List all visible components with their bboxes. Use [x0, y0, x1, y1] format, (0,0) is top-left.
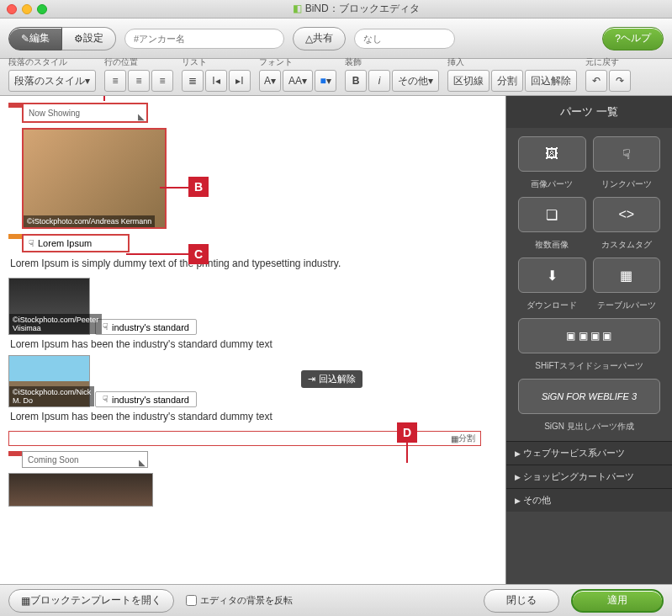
multi-image-label: 複数画像 [518, 239, 586, 251]
undo-button[interactable]: ↶ [585, 70, 607, 92]
download-button[interactable]: ⬇ [518, 258, 586, 293]
heading-block-a[interactable]: Now Showing ◣ [22, 103, 148, 123]
thumb-3[interactable] [8, 473, 153, 507]
edit-label: 編集 [29, 31, 50, 45]
align-center-button[interactable]: ≡ [128, 70, 150, 92]
content-row-2: ©iStockphoto.com/Nick M. Do ☟industry's … [8, 355, 497, 407]
italic-button[interactable]: i [368, 70, 390, 92]
industry-badge-2[interactable]: ☟industry's standard [95, 391, 197, 407]
heading-coming-text: Coming Soon [28, 455, 79, 465]
edit-button[interactable]: ✎ 編集 [8, 27, 62, 50]
subheading-text: Lorem Ipsum [38, 238, 92, 248]
table-part-button[interactable]: ▦ [593, 258, 661, 293]
open-template-label: ブロックテンプレートを開く [30, 593, 161, 608]
anchor-input[interactable] [124, 29, 284, 49]
unwrap-icon: ⇥ [308, 374, 315, 385]
resize-handle-icon[interactable]: ◣ [139, 458, 146, 467]
paragraph-style-label: 段落のスタイル [8, 56, 96, 68]
main-area: 大見出 Now Showing ◣ ©iStockphoto.com/Andre… [0, 96, 672, 584]
image-part-label: 画像パーツ [518, 178, 586, 190]
zoom-window-icon[interactable] [37, 4, 47, 14]
thumb-2[interactable]: ©iStockphoto.com/Nick M. Do [8, 355, 90, 407]
help-button[interactable]: ? ヘルプ [602, 27, 664, 50]
context-unwrap-label: 回込解除 [319, 373, 356, 385]
content-row-3 [8, 473, 497, 507]
industry-badge-1[interactable]: ☟industry's standard [95, 319, 197, 335]
redo-button[interactable]: ↷ [609, 70, 631, 92]
image-caption-b: ©iStockphoto.com/Andreas Kermann [24, 215, 155, 227]
header-toolbar: ✎ 編集 ⚙ 設定 △ 共有 ? ヘルプ [0, 19, 672, 59]
sign-button[interactable]: SiGN FOR WEBLIFE 3 [518, 379, 660, 414]
window-controls [7, 4, 47, 14]
apply-button[interactable]: 適用 [571, 589, 664, 613]
font-label: フォント [259, 56, 336, 68]
table-label: テーブルパーツ [593, 300, 661, 311]
settings-button[interactable]: ⚙ 設定 [62, 27, 116, 50]
minimize-window-icon[interactable] [22, 4, 32, 14]
thumb-2-caption: ©iStockphoto.com/Nick M. Do [9, 386, 94, 406]
list-indent-left-button[interactable]: I◂ [205, 70, 227, 92]
share-value-input[interactable] [354, 29, 455, 49]
window-title: BiND：ブロックエディタ [47, 2, 665, 16]
multi-image-button[interactable]: ❏ [518, 197, 586, 232]
subheading-block-c[interactable]: ☟Lorem Ipsum [22, 234, 130, 252]
list-bullet-button[interactable]: ≣ [182, 70, 204, 92]
font-size-button[interactable]: AA▾ [283, 70, 313, 92]
mode-segment: ✎ 編集 ⚙ 設定 [8, 27, 116, 50]
accordion-shopping[interactable]: ショッピングカートパーツ [506, 465, 672, 488]
list-indent-right-button[interactable]: ▸I [229, 70, 251, 92]
link-part-label: リンクパーツ [593, 178, 661, 190]
parts-panel: パーツ 一覧 🖼 ☟ 画像パーツ リンクパーツ ❏ <> 複数画像 カスタムタグ… [506, 96, 672, 584]
annotation-b: B [188, 177, 209, 197]
thumb-1-caption: ©iStockphoto.com/Peeter Viisimaa [9, 314, 102, 334]
thumb-1[interactable]: ©iStockphoto.com/Peeter Viisimaa [8, 278, 90, 335]
align-right-button[interactable]: ≡ [151, 70, 173, 92]
font-group: フォント A▾ AA▾ ■▾ [259, 56, 336, 92]
bold-button[interactable]: B [345, 70, 367, 92]
body-text-2[interactable]: Lorem Ipsum has been the industry's stan… [10, 338, 497, 350]
shift-slideshow-button[interactable]: ▣ ▣ ▣ ▣ [518, 318, 660, 353]
insert-label: 挿入 [447, 56, 577, 68]
editor-canvas[interactable]: 大見出 Now Showing ◣ ©iStockphoto.com/Andre… [0, 96, 506, 584]
insert-group: 挿入 区切線 分割 回込解除 [447, 56, 577, 92]
sign-label: SiGN 見出しパーツ作成 [518, 421, 660, 433]
custom-tag-button[interactable]: <> [593, 197, 661, 232]
body-text-3[interactable]: Lorem Ipsum has been the industry's stan… [10, 411, 497, 422]
help-label: ヘルプ [621, 31, 651, 45]
list-group: リスト ≣ I◂ ▸I [182, 56, 251, 92]
annotation-d: D [397, 422, 417, 443]
image-block-b[interactable]: ©iStockphoto.com/Andreas Kermann [22, 128, 167, 229]
insert-unwrap-button[interactable]: 回込解除 [525, 70, 577, 92]
align-left-button[interactable]: ≡ [104, 70, 126, 92]
close-window-icon[interactable] [7, 4, 17, 14]
link-part-button[interactable]: ☟ [593, 136, 661, 172]
font-color-button[interactable]: ■▾ [315, 70, 336, 92]
share-button[interactable]: △ 共有 [293, 27, 346, 50]
heading-block-coming[interactable]: Coming Soon ◣ [22, 451, 148, 468]
heading-block-a-text: Now Showing [29, 109, 80, 118]
annotation-c: C [188, 244, 209, 264]
parts-grid: 🖼 ☟ 画像パーツ リンクパーツ ❏ <> 複数画像 カスタムタグ ⬇ ▦ ダウ… [506, 128, 672, 441]
other-decoration-button[interactable]: その他▾ [392, 70, 439, 92]
resize-handle-icon[interactable]: ◣ [138, 112, 145, 121]
paragraph-style-select[interactable]: 段落のスタイル ▾ [8, 70, 96, 92]
close-button[interactable]: 閉じる [484, 589, 559, 613]
accordion-other[interactable]: その他 [506, 488, 672, 512]
insert-split-button[interactable]: 分割 [491, 70, 523, 92]
decoration-group: 装飾 B i その他▾ [345, 56, 439, 92]
invert-bg-input[interactable] [186, 595, 197, 606]
tag-small-heading: 小見出 [8, 234, 22, 239]
revert-group: 元に戻す ↶ ↷ [585, 56, 631, 92]
context-unwrap-popup[interactable]: ⇥ 回込解除 [301, 370, 362, 388]
download-label: ダウンロード [518, 300, 586, 311]
split-label: 分割 [458, 433, 475, 444]
decoration-label: 装飾 [345, 56, 439, 68]
image-part-button[interactable]: 🖼 [518, 136, 586, 172]
tag-large-heading: 大見出 [8, 103, 22, 108]
accordion-webservice[interactable]: ウェブサービス系パーツ [506, 441, 672, 465]
insert-divider-button[interactable]: 区切線 [447, 70, 489, 92]
invert-bg-checkbox[interactable]: エディタの背景を反転 [186, 594, 293, 607]
font-family-button[interactable]: A▾ [259, 70, 281, 92]
open-template-button[interactable]: ▦ ブロックテンプレートを開く [8, 589, 174, 613]
body-text-1[interactable]: Lorem Ipsum is simply dummy text of the … [10, 258, 497, 269]
